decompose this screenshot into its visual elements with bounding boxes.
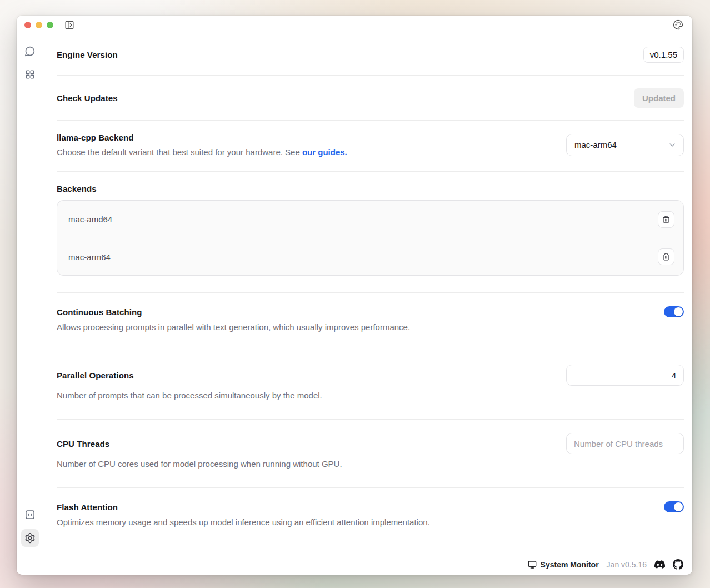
close-button[interactable]	[24, 22, 31, 28]
delete-backend-button[interactable]	[658, 248, 674, 265]
backend-select-description-text: Choose the default variant that best sui…	[57, 147, 302, 157]
engine-version-label: Engine Version	[57, 50, 118, 59]
sidebar-item-local-api-server[interactable]	[21, 506, 39, 524]
flash-attention-toggle[interactable]	[664, 501, 684, 512]
cpu-threads-input[interactable]	[566, 433, 684, 454]
backend-name: mac-arm64	[68, 252, 111, 262]
backends-list: mac-amd64 mac-arm64	[57, 200, 684, 276]
delete-backend-button[interactable]	[658, 211, 674, 228]
setting-row-continuous-batching: Continuous Batching Allows processing pr…	[57, 293, 684, 351]
sidebar-item-settings[interactable]	[21, 529, 39, 547]
system-monitor-label: System Monitor	[541, 560, 599, 569]
titlebar	[17, 16, 692, 34]
backends-label: Backends	[57, 184, 684, 193]
parallel-operations-description: Number of prompts that can be processed …	[57, 391, 684, 400]
sidebar	[17, 34, 43, 554]
trash-icon	[662, 216, 670, 223]
grid-icon	[24, 69, 36, 80]
status-bar: System Monitor Jan v0.5.16	[17, 554, 692, 575]
setting-row-llamacpp-backend: llama-cpp Backend Choose the default var…	[57, 121, 684, 172]
cpu-threads-description: Number of CPU cores used for model proce…	[57, 459, 684, 469]
chat-bubble-icon	[24, 46, 36, 57]
setting-row-backends: Backends mac-amd64 mac-arm64	[57, 172, 684, 293]
parallel-operations-input[interactable]	[566, 365, 684, 386]
backend-select-description: Choose the default variant that best sui…	[57, 147, 347, 157]
panel-left-open-icon[interactable]	[63, 19, 76, 31]
setting-row-check-updates: Check Updates Updated	[57, 76, 684, 121]
gear-icon	[24, 532, 36, 544]
backend-select-text: llama-cpp Backend Choose the default var…	[57, 133, 347, 157]
monitor-icon	[528, 560, 537, 569]
backend-select-label: llama-cpp Backend	[57, 133, 347, 142]
continuous-batching-toggle[interactable]	[664, 306, 684, 317]
trash-icon	[662, 253, 670, 261]
github-icon[interactable]	[673, 559, 683, 570]
app-window: Engine Version v0.1.55 Check Updates Upd…	[17, 16, 692, 575]
minimize-button[interactable]	[36, 22, 42, 28]
check-updates-label: Check Updates	[57, 93, 118, 103]
backend-name: mac-amd64	[68, 215, 112, 224]
palette-icon[interactable]	[672, 18, 684, 31]
zoom-button[interactable]	[47, 22, 53, 28]
continuous-batching-label: Continuous Batching	[57, 307, 142, 317]
backend-list-item: mac-amd64	[57, 201, 683, 238]
engine-version-badge: v0.1.55	[643, 47, 684, 63]
code-square-icon	[24, 509, 36, 520]
continuous-batching-description: Allows processing prompts in parallel wi…	[57, 322, 684, 332]
chevron-down-icon	[668, 141, 677, 150]
backend-variant-select[interactable]: mac-arm64	[566, 134, 684, 156]
sidebar-item-threads[interactable]	[21, 42, 39, 60]
cpu-threads-label: CPU Threads	[57, 439, 109, 449]
backend-variant-selected-value: mac-arm64	[574, 140, 617, 150]
setting-row-flash-attention: Flash Attention Optimizes memory usage a…	[57, 488, 684, 546]
setting-row-cpu-threads: CPU Threads Number of CPU cores used for…	[57, 420, 684, 488]
backend-list-item: mac-arm64	[57, 238, 683, 275]
sidebar-item-hub[interactable]	[21, 66, 39, 83]
our-guides-link[interactable]: our guides.	[302, 147, 347, 157]
system-monitor-button[interactable]: System Monitor	[528, 560, 599, 569]
discord-icon[interactable]	[654, 559, 665, 570]
check-updates-button[interactable]: Updated	[634, 88, 684, 108]
setting-row-parallel-operations: Parallel Operations Number of prompts th…	[57, 351, 684, 420]
app-version-label: Jan v0.5.16	[607, 560, 647, 569]
settings-content: Engine Version v0.1.55 Check Updates Upd…	[43, 34, 692, 554]
parallel-operations-label: Parallel Operations	[57, 371, 134, 380]
flash-attention-description: Optimizes memory usage and speeds up mod…	[57, 517, 684, 527]
flash-attention-label: Flash Attention	[57, 502, 118, 512]
setting-row-engine-version: Engine Version v0.1.55	[57, 34, 684, 76]
